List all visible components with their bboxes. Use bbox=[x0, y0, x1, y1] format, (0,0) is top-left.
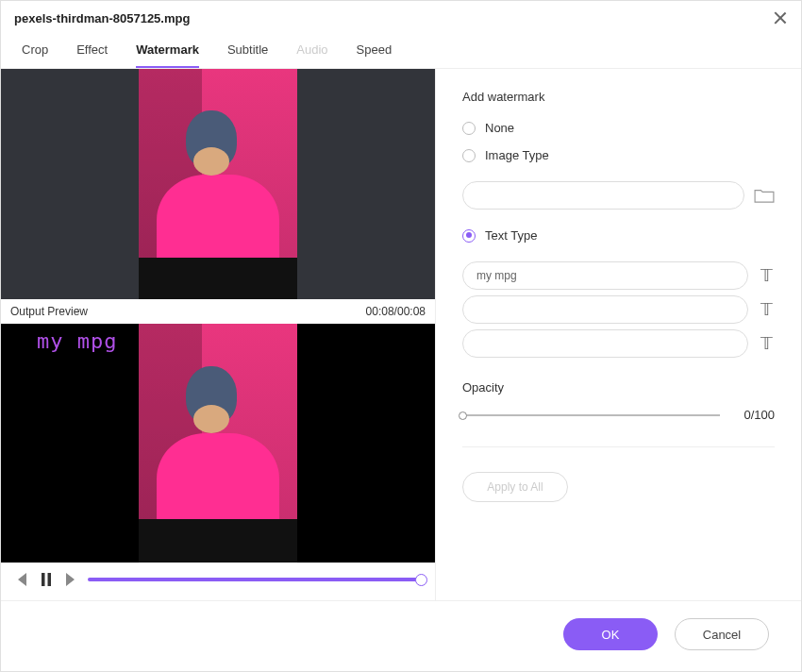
tab-effect[interactable]: Effect bbox=[76, 42, 108, 68]
pause-icon[interactable] bbox=[39, 572, 54, 587]
apply-to-all-button[interactable]: Apply to All bbox=[462, 472, 568, 502]
watermark-overlay-text: my mpg bbox=[37, 329, 117, 353]
output-preview: my mpg bbox=[1, 324, 435, 563]
editor-window: pexels-thirdman-8057125.mpg Crop Effect … bbox=[0, 0, 802, 672]
svg-rect-1 bbox=[48, 573, 52, 586]
text-style-icon[interactable]: 𝕋 bbox=[758, 301, 775, 318]
radio-text[interactable] bbox=[462, 229, 476, 243]
tab-watermark[interactable]: Watermark bbox=[136, 42, 199, 68]
divider bbox=[462, 446, 775, 447]
next-icon[interactable] bbox=[63, 572, 78, 587]
close-icon[interactable] bbox=[773, 10, 788, 25]
text-line2-input[interactable] bbox=[462, 295, 748, 324]
folder-icon[interactable] bbox=[754, 187, 775, 204]
opacity-label: Opacity bbox=[462, 380, 775, 395]
video-frame bbox=[139, 69, 297, 299]
prev-icon[interactable] bbox=[14, 572, 29, 587]
tab-bar: Crop Effect Watermark Subtitle Audio Spe… bbox=[1, 35, 801, 69]
text-line1-row: 𝕋 bbox=[462, 261, 775, 290]
opacity-row: 0/100 bbox=[462, 408, 775, 422]
svg-rect-0 bbox=[42, 573, 45, 586]
content-area: Output Preview 00:08/00:08 my mpg bbox=[1, 69, 801, 600]
tab-speed[interactable]: Speed bbox=[357, 42, 393, 68]
source-preview bbox=[1, 69, 435, 299]
output-preview-label: Output Preview bbox=[10, 305, 88, 318]
radio-image-label: Image Type bbox=[485, 148, 549, 162]
text-style-icon[interactable]: 𝕋 bbox=[758, 335, 775, 352]
option-none[interactable]: None bbox=[462, 121, 775, 135]
image-path-input[interactable] bbox=[462, 181, 744, 210]
text-line3-row: 𝕋 bbox=[462, 329, 775, 358]
seek-bar[interactable] bbox=[88, 578, 422, 581]
dialog-footer: OK Cancel bbox=[1, 600, 801, 671]
opacity-slider[interactable] bbox=[462, 414, 720, 416]
video-frame-output bbox=[139, 324, 297, 563]
tab-audio: Audio bbox=[296, 42, 327, 68]
opacity-value: 0/100 bbox=[731, 408, 775, 422]
watermark-panel: Add watermark None Image Type Text Type … bbox=[435, 69, 801, 600]
play-controls bbox=[1, 563, 435, 600]
text-line3-input[interactable] bbox=[462, 329, 748, 358]
radio-none[interactable] bbox=[462, 122, 476, 135]
panel-title: Add watermark bbox=[462, 90, 775, 104]
preview-time: 00:08/00:08 bbox=[366, 305, 426, 318]
image-path-row bbox=[462, 181, 775, 210]
file-title: pexels-thirdman-8057125.mpg bbox=[14, 11, 190, 25]
text-line2-row: 𝕋 bbox=[462, 295, 775, 324]
cancel-button[interactable]: Cancel bbox=[675, 618, 769, 650]
option-image[interactable]: Image Type bbox=[462, 148, 775, 162]
text-style-icon[interactable]: 𝕋 bbox=[758, 267, 775, 284]
preview-meta: Output Preview 00:08/00:08 bbox=[1, 299, 435, 324]
radio-text-label: Text Type bbox=[485, 228, 537, 243]
titlebar: pexels-thirdman-8057125.mpg bbox=[1, 1, 801, 35]
ok-button[interactable]: OK bbox=[563, 618, 658, 650]
option-text[interactable]: Text Type bbox=[462, 228, 775, 243]
radio-none-label: None bbox=[485, 121, 514, 135]
opacity-section: Opacity 0/100 bbox=[462, 380, 775, 422]
preview-pane: Output Preview 00:08/00:08 my mpg bbox=[1, 69, 435, 600]
radio-image[interactable] bbox=[462, 149, 476, 162]
text-line1-input[interactable] bbox=[462, 261, 748, 290]
tab-crop[interactable]: Crop bbox=[22, 42, 48, 68]
tab-subtitle[interactable]: Subtitle bbox=[227, 42, 268, 68]
